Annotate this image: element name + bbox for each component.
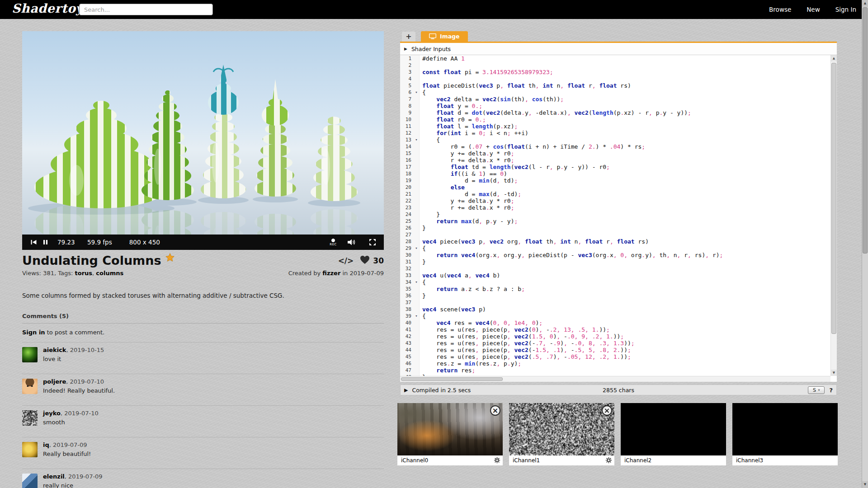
code-line[interactable]: 28vec4 piece(vec3 p, vec2 org, float th,…	[400, 238, 830, 245]
code-line[interactable]: 16 r += delta.x * r0;	[400, 157, 830, 164]
scrollbar-thumb[interactable]	[401, 377, 503, 381]
scroll-down-arrow[interactable]: ▼	[831, 370, 837, 376]
code-line[interactable]: 8 float y = 0.;	[400, 103, 830, 109]
font-size-select[interactable]: S∨	[808, 386, 825, 394]
code-line[interactable]: 12 for(int i = 0; i < n; ++i)	[400, 130, 830, 136]
fullscreen-button[interactable]	[367, 237, 378, 247]
code-line[interactable]: 46 res.z = min(res.z, p.y);	[400, 360, 830, 367]
code-line[interactable]: 31}	[400, 258, 830, 265]
code-line[interactable]: 39▾{	[400, 313, 830, 319]
embed-button[interactable]: </>	[338, 256, 354, 265]
comment-author-link[interactable]: iq	[43, 441, 49, 448]
fold-marker-icon[interactable]: ▾	[414, 245, 420, 252]
channel1-settings-icon[interactable]	[605, 457, 612, 467]
fold-marker-icon[interactable]: ▾	[414, 89, 420, 96]
editor-horizontal-scrollbar[interactable]	[400, 376, 830, 382]
channel3-thumbnail[interactable]	[732, 403, 838, 455]
code-line[interactable]: 15 y += delta.y * r0;	[400, 150, 830, 157]
fold-marker-icon[interactable]: ▾	[414, 279, 420, 286]
tab-image[interactable]: Image	[421, 31, 468, 42]
code-line[interactable]: 29▾{	[400, 245, 830, 252]
shader-canvas[interactable]	[22, 31, 384, 235]
code-line[interactable]: 22 y += delta.y * r0;	[400, 197, 830, 204]
code-line[interactable]: 9 float d = dot(vec2(delta.y, -delta.x),…	[400, 109, 830, 116]
nav-sign-in[interactable]: Sign In	[835, 6, 856, 13]
sign-in-link[interactable]: Sign in	[22, 329, 45, 336]
page-scroll-up-arrow[interactable]: ▲	[862, 0, 868, 7]
code-line[interactable]: 20 else	[400, 184, 830, 191]
help-button[interactable]: ?	[829, 387, 833, 394]
code-line[interactable]: 13▾ {	[400, 136, 830, 143]
code-line[interactable]: 1#define AA 1	[400, 55, 830, 62]
add-tab-button[interactable]: +	[402, 32, 415, 42]
pause-button[interactable]	[39, 237, 51, 247]
code-line[interactable]: 10 float r0 = 0.;	[400, 116, 830, 123]
scroll-up-arrow[interactable]: ▲	[831, 55, 837, 61]
tag-link-torus[interactable]: torus	[75, 270, 93, 277]
author-link[interactable]: fizzer	[322, 270, 340, 277]
comment-author-link[interactable]: elenzil	[43, 473, 65, 480]
channel2-thumbnail[interactable]	[621, 403, 726, 455]
tag-link-columns[interactable]: columns	[96, 270, 123, 277]
scrollbar-thumb[interactable]	[831, 63, 836, 334]
code-line[interactable]: 43 res = u(res, piece(p, vec2(-.7, -.9),…	[400, 340, 830, 347]
channel0-close-button[interactable]: ×	[490, 405, 500, 416]
code-line[interactable]: 44 res = u(res, piece(p, vec2(-1.5, .1),…	[400, 347, 830, 353]
record-icon	[331, 239, 335, 242]
run-button[interactable]: ▶	[404, 387, 408, 393]
code-line[interactable]: 32	[400, 265, 830, 272]
volume-button[interactable]	[346, 237, 358, 247]
comment-author-link[interactable]: aiekick	[43, 347, 66, 353]
shader-inputs-toggle[interactable]: ▶ Shader Inputs	[400, 43, 837, 55]
code-line[interactable]: 17 float td = length(vec2(l - r, p.y - y…	[400, 164, 830, 170]
comment-author-link[interactable]: poljere	[43, 378, 66, 385]
code-line[interactable]: 42 res = u(res, piece(p, vec2(1.5, 0), -…	[400, 333, 830, 340]
code-line[interactable]: 3const float pi = 3.14159265358979323;	[400, 69, 830, 75]
code-line[interactable]: 5float pieceDist(vec3 p, float th, int n…	[400, 82, 830, 89]
channel1-close-button[interactable]: ×	[602, 405, 612, 416]
code-line[interactable]: 19 d = min(d, td);	[400, 177, 830, 184]
code-line[interactable]: 11 float l = length(p.xz);	[400, 123, 830, 130]
channel0-thumbnail[interactable]: ×	[397, 403, 503, 455]
channel1-thumbnail[interactable]: ×	[509, 403, 614, 455]
code-line[interactable]: 2	[400, 62, 830, 69]
code-line[interactable]: 6▾{	[400, 89, 830, 96]
channel0-settings-icon[interactable]	[494, 457, 500, 467]
code-line[interactable]: 40 vec4 res = vec4(0, 0, 1e4, 0);	[400, 319, 830, 326]
page-scrollbar[interactable]: ▲ ▼	[862, 0, 868, 488]
code-line[interactable]: 30 return vec4(org.x, org.y, pieceDist(p…	[400, 252, 830, 258]
code-line[interactable]: 21 d = max(d, -td);	[400, 191, 830, 197]
code-line[interactable]: 47 return res;	[400, 367, 830, 374]
code-line[interactable]: 4	[400, 75, 830, 82]
code-line[interactable]: 38vec4 scene(vec3 p)	[400, 306, 830, 313]
code-line[interactable]: 33vec4 u(vec4 a, vec4 b)	[400, 272, 830, 279]
code-line[interactable]: 23 r += delta.x * r0;	[400, 204, 830, 211]
code-line[interactable]: 27	[400, 231, 830, 238]
page-scroll-down-arrow[interactable]: ▼	[862, 481, 868, 488]
code-line[interactable]: 45 res = u(res, piece(p, vec2(.5, .7), -…	[400, 353, 830, 360]
comment-author-link[interactable]: jeyko	[43, 410, 61, 417]
code-line[interactable]: 41 res = u(res, piece(p, vec2(0), -.2, 1…	[400, 326, 830, 333]
code-line[interactable]: 35 return a.z < b.z ? a : b;	[400, 286, 830, 292]
rewind-button[interactable]	[28, 237, 39, 247]
search-input[interactable]	[79, 4, 213, 15]
code-line[interactable]: 26}	[400, 225, 830, 231]
page-scrollbar-thumb[interactable]	[863, 7, 868, 253]
code-editor[interactable]: 1#define AA 123const float pi = 3.141592…	[400, 55, 830, 376]
nav-browse[interactable]: Browse	[769, 6, 791, 13]
code-line[interactable]: 25 return max(d, p.y - y);	[400, 218, 830, 225]
code-line[interactable]: 37	[400, 299, 830, 306]
code-line[interactable]: 18 if((i & 1) == 0)	[400, 170, 830, 177]
record-button[interactable]: REC	[330, 239, 337, 246]
fold-marker-icon[interactable]: ▾	[414, 136, 420, 143]
fold-marker-icon[interactable]: ▾	[414, 313, 420, 319]
code-line[interactable]: 14 r0 = (.07 + cos(float(i + n) + iTime …	[400, 143, 830, 150]
code-line[interactable]: 36}	[400, 292, 830, 299]
logo[interactable]: Shadertoy	[12, 1, 83, 15]
code-line[interactable]: 34▾{	[400, 279, 830, 286]
code-line[interactable]: 7 vec2 delta = vec2(sin(th), cos(th));	[400, 96, 830, 103]
code-line[interactable]: 24 }	[400, 211, 830, 218]
like-button[interactable]	[360, 255, 370, 266]
editor-vertical-scrollbar[interactable]: ▲ ▼	[830, 55, 837, 376]
nav-new[interactable]: New	[807, 6, 820, 13]
